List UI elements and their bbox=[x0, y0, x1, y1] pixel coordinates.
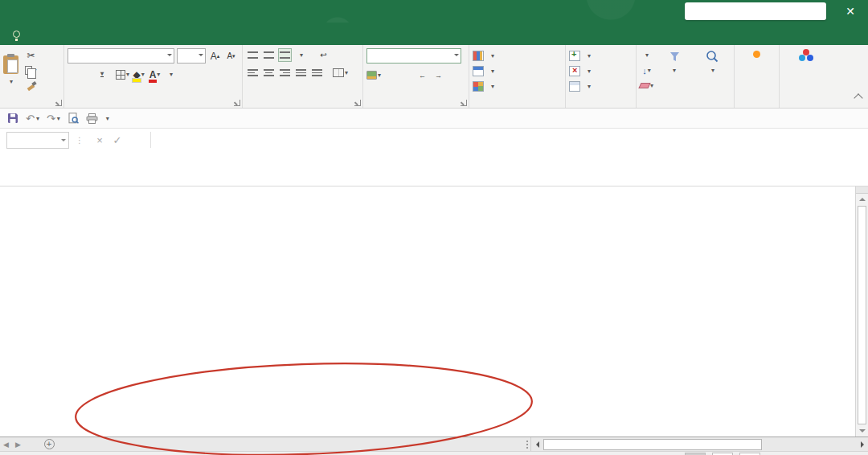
sheet-tab-bar: ◀ ▶ + bbox=[0, 437, 868, 451]
sort-filter-button[interactable] bbox=[656, 48, 692, 76]
cell-styles-icon bbox=[473, 81, 484, 92]
alignment-dialog-launcher[interactable] bbox=[354, 100, 361, 106]
collapse-ribbon-icon[interactable] bbox=[854, 93, 862, 102]
phonetic-guide-icon[interactable] bbox=[164, 68, 178, 81]
format-icon bbox=[569, 81, 580, 92]
insert-cells-button[interactable] bbox=[569, 48, 633, 64]
accounting-format-icon[interactable] bbox=[366, 68, 381, 82]
qat-customize-icon[interactable] bbox=[105, 115, 109, 122]
vertical-scrollbar[interactable] bbox=[855, 187, 868, 437]
align-center-icon[interactable] bbox=[262, 66, 276, 80]
next-sheet-icon[interactable]: ▶ bbox=[12, 437, 24, 451]
clear-button[interactable] bbox=[640, 79, 653, 92]
merge-center-icon[interactable] bbox=[333, 66, 348, 80]
number-format-combo[interactable] bbox=[366, 48, 461, 64]
magnifier-icon bbox=[706, 48, 719, 64]
delete-cells-button[interactable] bbox=[569, 64, 633, 79]
scroll-up-icon[interactable] bbox=[856, 194, 868, 205]
prev-sheet-icon[interactable]: ◀ bbox=[0, 437, 12, 451]
new-sheet-button[interactable]: + bbox=[39, 437, 59, 451]
sogou-ime-toolbar[interactable] bbox=[685, 2, 826, 20]
number-group: ← → bbox=[363, 45, 469, 108]
name-box[interactable] bbox=[6, 132, 69, 149]
excel-window: ✕ ✂ bbox=[0, 0, 868, 455]
formula-bar-splitter[interactable]: ⋮ bbox=[76, 136, 84, 145]
font-group: A▴ A▾ ◆ A bbox=[64, 45, 243, 108]
cut-icon[interactable]: ✂ bbox=[24, 48, 38, 62]
tell-me-search[interactable] bbox=[13, 23, 25, 45]
format-cells-button[interactable] bbox=[569, 79, 633, 94]
format-as-table-button[interactable] bbox=[473, 64, 562, 79]
print-icon[interactable] bbox=[86, 113, 98, 124]
copy-icon[interactable] bbox=[24, 64, 38, 77]
comma-style-icon[interactable] bbox=[399, 68, 413, 82]
cancel-icon[interactable]: × bbox=[91, 134, 108, 146]
align-middle-icon[interactable] bbox=[262, 48, 276, 62]
clipboard-dialog-launcher[interactable] bbox=[55, 100, 62, 106]
font-dialog-launcher[interactable] bbox=[234, 100, 240, 106]
orientation-icon[interactable] bbox=[294, 48, 308, 62]
clipboard-group: ✂ bbox=[0, 45, 64, 108]
cell-styles-button[interactable] bbox=[473, 79, 562, 94]
redo-icon[interactable]: ↷ bbox=[47, 113, 60, 125]
underline-button[interactable] bbox=[100, 68, 113, 81]
autosum-button[interactable] bbox=[640, 48, 653, 62]
styles-group bbox=[469, 45, 566, 108]
decrease-decimal-icon[interactable]: → bbox=[432, 68, 445, 82]
number-dialog-launcher[interactable] bbox=[461, 100, 467, 106]
horizontal-scrollbar[interactable] bbox=[530, 437, 868, 451]
format-as-table-icon bbox=[473, 66, 484, 76]
alignment-group: ↩ bbox=[243, 45, 363, 108]
increase-decimal-icon[interactable]: ← bbox=[416, 68, 429, 82]
font-color-icon[interactable]: A bbox=[148, 68, 162, 81]
align-top-icon[interactable] bbox=[246, 48, 260, 62]
ribbon-tab-bar bbox=[0, 23, 868, 45]
undo-icon[interactable]: ↶ bbox=[26, 113, 39, 125]
save-group bbox=[780, 45, 833, 108]
cells-group bbox=[566, 45, 637, 108]
italic-button[interactable] bbox=[84, 68, 97, 81]
save-to-netdisk-button[interactable] bbox=[783, 48, 829, 63]
align-bottom-icon[interactable] bbox=[278, 48, 292, 62]
v-scroll-thumb[interactable] bbox=[858, 206, 866, 424]
paste-button[interactable] bbox=[3, 55, 18, 85]
h-scroll-thumb[interactable] bbox=[543, 439, 762, 450]
shrink-font-button[interactable]: A▾ bbox=[224, 49, 238, 63]
formula-bar-extension bbox=[0, 151, 868, 187]
bold-button[interactable] bbox=[68, 68, 81, 81]
save-icon[interactable] bbox=[7, 113, 18, 124]
paste-label bbox=[9, 76, 13, 85]
decrease-indent-icon[interactable] bbox=[294, 66, 308, 80]
increase-indent-icon[interactable] bbox=[310, 66, 324, 80]
v-split-handle[interactable] bbox=[856, 187, 868, 194]
close-icon[interactable]: ✕ bbox=[833, 0, 868, 23]
editing-group: ↓ bbox=[637, 45, 735, 108]
scroll-down-icon[interactable] bbox=[856, 425, 868, 437]
find-select-button[interactable] bbox=[694, 48, 731, 76]
addins-group bbox=[735, 45, 780, 108]
percent-style-icon[interactable] bbox=[383, 68, 397, 82]
addins-button[interactable] bbox=[738, 48, 776, 59]
align-right-icon[interactable] bbox=[278, 66, 292, 80]
wrap-text-icon[interactable]: ↩ bbox=[317, 48, 330, 62]
scroll-left-icon[interactable] bbox=[531, 441, 543, 448]
align-left-icon[interactable] bbox=[246, 66, 260, 80]
h-split-handle[interactable] bbox=[524, 437, 530, 451]
conditional-formatting-button[interactable] bbox=[473, 48, 562, 64]
print-preview-icon[interactable] bbox=[68, 113, 79, 124]
font-name-combo[interactable] bbox=[68, 48, 174, 64]
font-size-combo[interactable] bbox=[177, 48, 206, 64]
worksheet bbox=[0, 187, 868, 437]
delete-icon bbox=[569, 66, 580, 76]
scroll-right-icon[interactable] bbox=[856, 441, 868, 448]
fill-button[interactable]: ↓ bbox=[640, 64, 653, 77]
grow-font-button[interactable]: A▴ bbox=[208, 49, 222, 63]
ribbon: ✂ A▴ A▾ bbox=[0, 45, 868, 109]
lightbulb-icon bbox=[13, 31, 20, 38]
quick-access-toolbar: ↶ ↷ bbox=[0, 109, 868, 129]
format-painter-icon[interactable] bbox=[24, 79, 38, 92]
enter-icon[interactable]: ✓ bbox=[108, 134, 126, 146]
title-bar: ✕ bbox=[0, 0, 868, 23]
fill-color-icon[interactable]: ◆ bbox=[132, 68, 145, 81]
borders-icon[interactable] bbox=[116, 68, 129, 81]
